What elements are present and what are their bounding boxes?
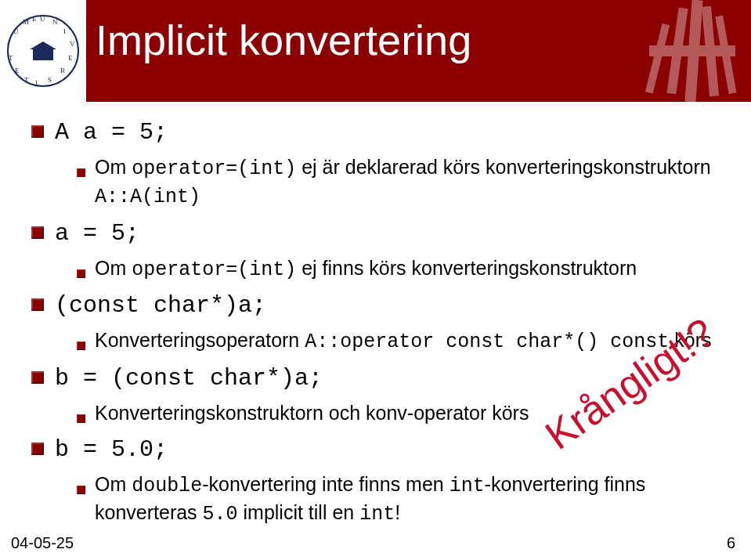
bullet-5: b = 5.0; <box>31 435 712 465</box>
bullet-3a: Konverteringsoperatorn A::operator const… <box>77 327 712 356</box>
footer-date: 04-05-25 <box>11 534 74 552</box>
header-decoration-icon <box>618 0 751 102</box>
bullet-marker-icon <box>77 341 85 350</box>
bullet-2: a = 5; <box>31 219 712 249</box>
header-bar: U N I V E R S I T E T • U M E Impli <box>0 0 751 102</box>
slide: U N I V E R S I T E T • U M E Impli <box>0 0 751 560</box>
bullet-5a-text: Om double-konvertering inte finns men in… <box>95 471 712 528</box>
slide-title: Implicit konvertering <box>96 16 471 64</box>
bullet-4a-text: Konverteringskonstruktorn och konv-opera… <box>95 400 529 427</box>
bullet-marker-icon <box>31 125 44 138</box>
bullet-3: (const char*)a; <box>31 291 712 321</box>
bullet-3-text: (const char*)a; <box>55 291 266 321</box>
bullet-marker-icon <box>31 371 44 384</box>
seal-text-ring: U N I V E R S I T E T • U M E <box>9 16 78 85</box>
bullet-marker-icon <box>31 298 44 311</box>
university-logo: U N I V E R S I T E T • U M E <box>0 0 86 102</box>
bullet-2a-text: Om operator=(int) ej finns körs konverte… <box>95 255 637 284</box>
bullet-1: A a = 5; <box>31 117 712 148</box>
logo-seal: U N I V E R S I T E T • U M E <box>7 15 79 87</box>
bullet-1-text: A a = 5; <box>55 117 168 148</box>
bullet-2a: Om operator=(int) ej finns körs konverte… <box>77 255 712 284</box>
bullet-marker-icon <box>31 226 44 239</box>
svg-rect-4 <box>645 23 670 94</box>
slide-content: A a = 5; Om operator=(int) ej är deklare… <box>31 117 712 535</box>
bullet-1a: Om operator=(int) ej är deklarerad körs … <box>77 154 712 211</box>
bullet-5-text: b = 5.0; <box>55 435 168 465</box>
bullet-marker-icon <box>77 486 85 494</box>
bullet-4-text: b = (const char*)a; <box>55 363 323 394</box>
footer-page-number: 6 <box>727 534 735 552</box>
bullet-marker-icon <box>77 269 85 278</box>
bullet-1a-text: Om operator=(int) ej är deklarerad körs … <box>95 154 712 211</box>
bullet-marker-icon <box>77 414 85 423</box>
bullet-2-text: a = 5; <box>55 219 139 249</box>
bullet-5a: Om double-konvertering inte finns men in… <box>77 471 712 528</box>
bullet-marker-icon <box>77 168 85 177</box>
svg-rect-5 <box>649 45 735 56</box>
bullet-marker-icon <box>31 443 44 455</box>
bullet-3a-text: Konverteringsoperatorn A::operator const… <box>95 327 711 356</box>
